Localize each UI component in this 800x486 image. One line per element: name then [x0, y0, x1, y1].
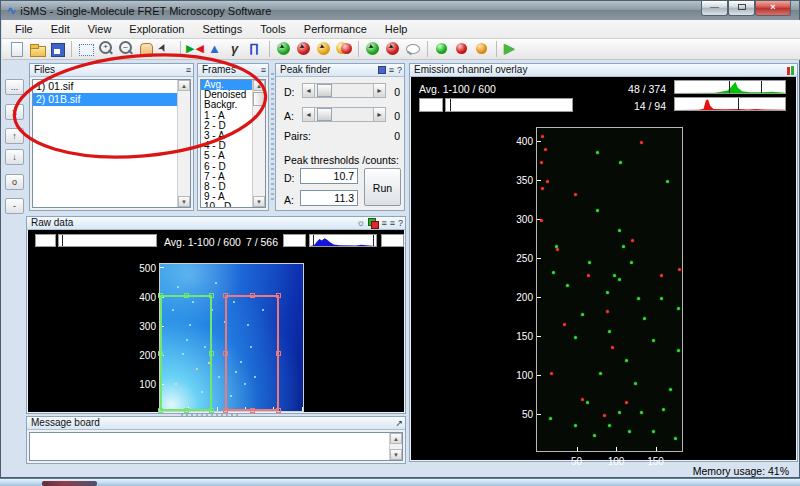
histogram-marker[interactable] — [313, 235, 314, 246]
frame-slider-box[interactable] — [35, 234, 56, 247]
slider-marker[interactable] — [450, 99, 451, 111]
roi-handle[interactable] — [184, 293, 189, 298]
peak-finder-header[interactable]: Peak finder ≡? — [276, 64, 404, 77]
status-green-icon[interactable] — [433, 40, 451, 58]
undock-icon[interactable]: ↗ — [395, 417, 403, 429]
frames-panel-header[interactable]: Frames ≡ — [198, 64, 268, 77]
molecule-dual-icon[interactable] — [335, 40, 353, 58]
select-cursor-icon[interactable] — [157, 40, 175, 58]
title-bar[interactable]: ∿ iSMS - Single-Molecule FRET Microscopy… — [1, 1, 799, 20]
menu-icon[interactable]: ≡ — [261, 64, 266, 76]
frames-list[interactable]: Avg.DenoisedBackgr.1 - A2 - D3 - A4 - D5… — [200, 79, 266, 208]
pulse-trace-icon[interactable] — [246, 40, 264, 58]
emission-canvas[interactable]: Avg. 1-100 / 600 48 / 374 14 / 94 — [411, 77, 796, 460]
frames-scrollbar[interactable]: ▲ ▼ — [252, 80, 265, 207]
menu-exploration[interactable]: Exploration — [120, 21, 193, 37]
message-board-list[interactable]: ▲ ▼ — [29, 432, 403, 461]
menu-settings[interactable]: Settings — [193, 21, 251, 37]
histogram-marker[interactable] — [761, 81, 762, 93]
roi-handle[interactable] — [158, 408, 163, 413]
histogram-marker[interactable] — [729, 81, 730, 93]
roi-handle[interactable] — [158, 351, 163, 356]
gear-icon[interactable]: ☼ — [356, 217, 365, 229]
molecule-red-icon[interactable] — [384, 40, 402, 58]
vertical-splitter[interactable] — [271, 73, 274, 201]
contrast-box[interactable] — [283, 234, 306, 247]
slider-marker[interactable] — [62, 235, 63, 246]
raw-data-canvas[interactable]: Avg. 1-100 / 600 7 / 566 500400300200100… — [28, 230, 404, 412]
histogram-icon[interactable] — [206, 40, 224, 58]
help-icon[interactable]: ? — [398, 217, 403, 229]
menu-help[interactable]: Help — [376, 21, 417, 37]
d-slider[interactable]: ◄ ► — [302, 83, 386, 98]
emission-overlay-header[interactable]: Emission channel overlay — [410, 64, 797, 77]
run-button[interactable]: Run — [364, 168, 401, 206]
status-orange-icon[interactable] — [473, 40, 491, 58]
menu-performance[interactable]: Performance — [295, 21, 376, 37]
menu-icon[interactable]: ≡ — [381, 217, 386, 229]
donor-roi[interactable] — [160, 295, 212, 411]
roi-handle[interactable] — [223, 293, 228, 298]
contrast-box[interactable] — [381, 234, 404, 247]
roi-handle[interactable] — [276, 293, 281, 298]
move-down-button[interactable]: ↓ — [5, 149, 24, 165]
roi-handle[interactable] — [250, 408, 255, 413]
roi-handle[interactable] — [209, 351, 214, 356]
scroll-up-icon[interactable]: ▲ — [178, 80, 190, 91]
histogram-marker[interactable] — [373, 235, 374, 246]
slider-thumb[interactable] — [317, 108, 332, 121]
files-list[interactable]: 1) 01.sif2) 01B.sif ▲ ▼ — [32, 79, 191, 208]
scrollbar-thumb[interactable] — [253, 92, 265, 106]
scroll-down-icon[interactable]: ▼ — [253, 196, 265, 207]
roi-handle[interactable] — [209, 293, 214, 298]
roi-handle[interactable] — [250, 293, 255, 298]
a-slider[interactable]: ◄ ► — [302, 107, 386, 122]
collapse-button[interactable]: - — [5, 198, 24, 214]
d-threshold-input[interactable]: 10.7 — [300, 168, 358, 184]
roi-handle[interactable] — [223, 351, 228, 356]
maximize-button[interactable] — [728, 1, 755, 16]
scroll-down-icon[interactable]: ▼ — [390, 449, 402, 460]
move-up-button[interactable]: ↑ — [5, 128, 24, 144]
slider-left-icon[interactable]: ◄ — [303, 108, 315, 121]
menu-icon[interactable]: ≡ — [389, 64, 394, 76]
zoom-in-icon[interactable] — [97, 40, 115, 58]
help-icon[interactable]: ? — [397, 64, 402, 76]
menu-icon[interactable]: ≡ — [390, 217, 395, 229]
menu-view[interactable]: View — [79, 21, 121, 37]
remove-file-button[interactable]: x — [5, 104, 24, 120]
message-board-header[interactable]: Message board ↗ — [27, 417, 405, 430]
zoom-out-icon[interactable] — [117, 40, 135, 58]
raw-image-plot[interactable]: 500400300200100100200300400500 — [159, 263, 304, 412]
green-histogram[interactable] — [674, 80, 786, 94]
menu-edit[interactable]: Edit — [42, 21, 79, 37]
molecule-green-icon[interactable] — [364, 40, 382, 58]
message-scrollbar[interactable]: ▲ ▼ — [389, 433, 402, 460]
files-scrollbar[interactable]: ▲ ▼ — [177, 80, 190, 207]
roi-handle[interactable] — [223, 408, 228, 413]
save-icon[interactable] — [48, 40, 66, 58]
scroll-up-icon[interactable]: ▲ — [390, 433, 402, 444]
minimize-button[interactable]: — — [701, 1, 728, 16]
windows-taskbar[interactable] — [0, 478, 800, 486]
pan-hand-icon[interactable] — [137, 40, 155, 58]
raw-histogram[interactable] — [309, 234, 377, 247]
raw-data-header[interactable]: Raw data ☼≡≡? — [27, 217, 405, 230]
slider-thumb[interactable] — [317, 84, 332, 97]
reload-button[interactable]: o — [5, 174, 24, 190]
molecule-green-add-icon[interactable] — [275, 40, 293, 58]
files-panel-header[interactable]: Files ≡ — [30, 64, 193, 77]
roi-handle[interactable] — [209, 408, 214, 413]
a-threshold-input[interactable]: 11.3 — [300, 190, 358, 206]
add-file-button[interactable]: ... — [5, 79, 24, 95]
frame-slider-box[interactable] — [419, 98, 443, 112]
slider-right-icon[interactable]: ► — [373, 84, 385, 97]
rg-bars-icon[interactable] — [787, 66, 795, 75]
save-small-icon[interactable] — [378, 66, 386, 74]
new-file-icon[interactable] — [8, 40, 26, 58]
taskbar-item[interactable] — [42, 481, 97, 486]
frame-slider-track[interactable] — [445, 98, 573, 112]
slider-left-icon[interactable]: ◄ — [303, 84, 315, 97]
close-button[interactable]: × — [755, 1, 791, 16]
roi-handle[interactable] — [184, 408, 189, 413]
